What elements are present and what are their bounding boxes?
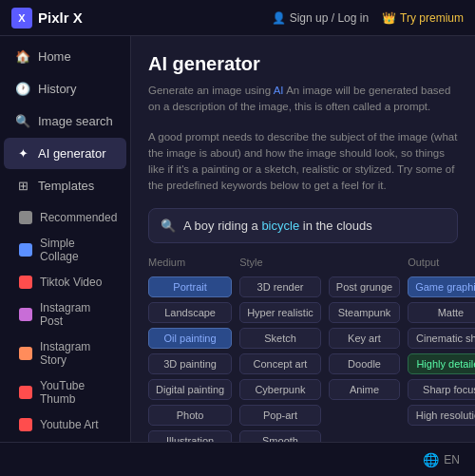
medium-chip-landscape[interactable]: Landscape	[148, 302, 232, 323]
sidebar-item-ai-generator[interactable]: ✦ AI generator	[4, 138, 126, 169]
sidebar-sub-recommended[interactable]: Recommended	[4, 205, 126, 230]
sidebar-sub-instagram-story[interactable]: Instagram Story	[4, 334, 126, 372]
templates-icon: ⊞	[15, 179, 30, 193]
output-chip-matte[interactable]: Matte	[408, 302, 475, 323]
simple-collage-icon	[19, 243, 32, 257]
sidebar-sub-instagram-post[interactable]: Instagram Post	[4, 295, 126, 333]
sidebar-sub-youtube-thumb[interactable]: YouTube Thumb	[4, 373, 126, 411]
topbar: X Pixlr X 👤 Sign up / Log in 👑 Try premi…	[0, 0, 475, 36]
style-header: Style	[239, 257, 321, 268]
signup-login-link[interactable]: 👤 Sign up / Log in	[272, 11, 369, 25]
sidebar-sub-youtube-art[interactable]: Youtube Art	[4, 412, 126, 437]
style-chip-hyper-realistic[interactable]: Hyper realistic	[239, 302, 321, 323]
youtube-thumb-icon	[19, 386, 32, 399]
instagram-story-icon	[19, 347, 32, 360]
history-icon: 🕐	[15, 82, 30, 96]
post-chip-doodle[interactable]: Doodle	[329, 353, 400, 374]
page-description: Generate an image using AI An image will…	[148, 83, 458, 116]
sidebar-item-templates[interactable]: ⊞ Templates	[4, 170, 126, 201]
ai-generator-icon: ✦	[15, 146, 30, 161]
options-grid: Medium Portrait Landscape Oil painting 3…	[148, 257, 458, 443]
style-chip-smooth[interactable]: Smooth	[239, 430, 321, 443]
crown-icon: 👑	[382, 11, 396, 25]
medium-chip-digital-painting[interactable]: Digital painting	[148, 379, 232, 400]
prompt-text: A boy riding a bicycle in the clouds	[183, 219, 372, 233]
footer: 🌐 EN	[0, 442, 475, 476]
language-label: EN	[444, 453, 460, 466]
sidebar-templates-section: Recommended Simple Collage Tiktok Video …	[0, 205, 130, 442]
main-content: AI generator Generate an image using AI …	[131, 36, 475, 442]
style-chip-cyberpunk[interactable]: Cyberpunk	[239, 379, 321, 400]
sidebar-sub-simple-collage[interactable]: Simple Collage	[4, 231, 126, 269]
medium-chip-portrait[interactable]: Portrait	[148, 276, 232, 297]
output-chip-highly-detailed[interactable]: Highly detailed	[408, 353, 475, 374]
page-description-2: A good prompt needs to describe the subj…	[148, 129, 458, 195]
tiktok-icon	[19, 276, 32, 289]
output-column: Output Game graphics Matte Cinematic sho…	[408, 257, 475, 443]
sidebar: 🏠 Home 🕐 History 🔍 Image search ✦ AI gen…	[0, 36, 131, 442]
post-header	[329, 257, 400, 268]
topbar-right: 👤 Sign up / Log in 👑 Try premium	[272, 11, 464, 25]
medium-chip-3d-painting[interactable]: 3D painting	[148, 353, 232, 374]
logo-text: Pixlr X	[38, 10, 83, 26]
logo-icon: X	[11, 8, 32, 29]
post-column: Post grunge Steampunk Key art Doodle Ani…	[329, 257, 400, 443]
style-chip-sketch[interactable]: Sketch	[239, 328, 321, 349]
image-search-icon: 🔍	[15, 114, 30, 128]
post-chip-anime[interactable]: Anime	[329, 379, 400, 400]
medium-header: Medium	[148, 257, 232, 268]
output-header: Output	[408, 257, 475, 268]
sidebar-nav: 🏠 Home 🕐 History 🔍 Image search ✦ AI gen…	[0, 41, 130, 201]
medium-chip-oil-painting[interactable]: Oil painting	[148, 328, 232, 349]
output-chip-high-resolution[interactable]: High resolution	[408, 405, 475, 426]
sidebar-item-image-search[interactable]: 🔍 Image search	[4, 105, 126, 137]
medium-column: Medium Portrait Landscape Oil painting 3…	[148, 257, 232, 443]
prompt-container[interactable]: 🔍 A boy riding a bicycle in the clouds	[148, 208, 458, 243]
sidebar-sub-tiktok-video[interactable]: Tiktok Video	[4, 270, 126, 295]
output-chip-sharp-focus[interactable]: Sharp focus	[408, 379, 475, 400]
instagram-post-icon	[19, 308, 32, 321]
user-icon: 👤	[272, 11, 286, 25]
post-chip-steampunk[interactable]: Steampunk	[329, 302, 400, 323]
prompt-highlight: bicycle	[261, 219, 299, 233]
logo[interactable]: X Pixlr X	[11, 8, 83, 29]
medium-chip-illustration[interactable]: Illustration	[148, 430, 232, 443]
style-chip-pop-art[interactable]: Pop-art	[239, 405, 321, 426]
sidebar-item-home[interactable]: 🏠 Home	[4, 41, 126, 72]
output-chip-cinematic-shot[interactable]: Cinematic shot	[408, 328, 475, 349]
recommended-icon	[19, 211, 32, 224]
youtube-art-icon	[19, 418, 32, 431]
post-chip-key-art[interactable]: Key art	[329, 328, 400, 349]
output-chip-game-graphics[interactable]: Game graphics	[408, 276, 475, 297]
style-column: Style 3D render Hyper realistic Sketch C…	[239, 257, 321, 443]
sidebar-item-history[interactable]: 🕐 History	[4, 73, 126, 105]
medium-chip-photo[interactable]: Photo	[148, 405, 232, 426]
home-icon: 🏠	[15, 49, 30, 64]
ai-highlight: AI	[274, 85, 284, 96]
page-title: AI generator	[148, 53, 458, 75]
style-chip-concept-art[interactable]: Concept art	[239, 353, 321, 374]
prompt-search-icon: 🔍	[161, 219, 176, 233]
style-chip-3d-render[interactable]: 3D render	[239, 276, 321, 297]
language-selector[interactable]: 🌐 EN	[423, 452, 460, 467]
try-premium-button[interactable]: 👑 Try premium	[382, 11, 464, 25]
post-chip-post-grunge[interactable]: Post grunge	[329, 276, 400, 297]
globe-icon: 🌐	[423, 452, 439, 467]
